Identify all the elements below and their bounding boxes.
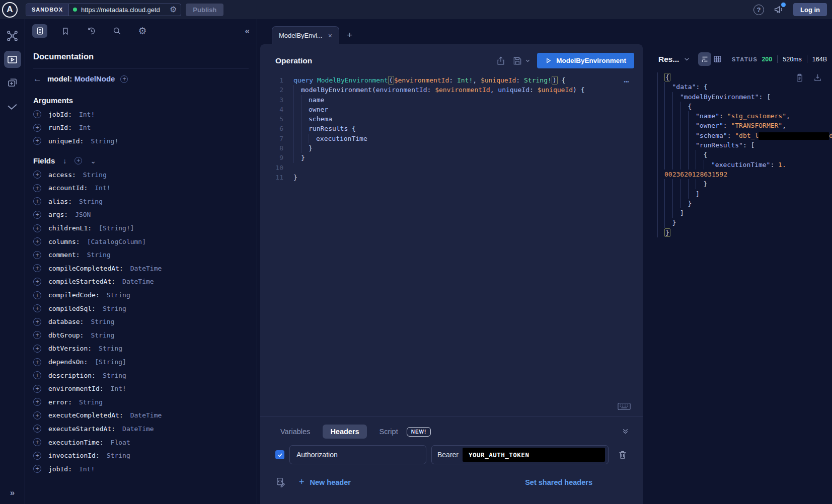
field-type[interactable]: Int! — [95, 184, 110, 192]
field-name[interactable]: dependsOn: — [48, 358, 88, 366]
field-name[interactable]: dbtGroup: — [48, 331, 84, 339]
editor-more-button[interactable]: ⋯ — [624, 76, 630, 86]
field-row[interactable]: +accountId:Int! — [33, 184, 249, 193]
apollo-logo[interactable]: A — [2, 2, 18, 18]
add-argument-button[interactable]: + — [33, 137, 41, 145]
field-row[interactable]: +comment:String — [33, 250, 249, 260]
env-variables-button[interactable] — [275, 477, 286, 487]
field-type[interactable]: String — [103, 305, 126, 312]
field-row[interactable]: +compiledSql:String — [33, 304, 249, 313]
type-link[interactable]: ModelNode — [74, 74, 115, 83]
add-field-button[interactable]: + — [33, 251, 41, 259]
field-type[interactable]: String — [107, 291, 130, 299]
share-icon[interactable] — [496, 56, 506, 66]
argument-row[interactable]: +jobId:Int! — [33, 110, 249, 119]
field-name[interactable]: executeCompletedAt: — [48, 411, 123, 419]
sidebar-expand-button[interactable]: » — [10, 488, 15, 498]
add-field-button[interactable]: + — [33, 425, 41, 433]
add-field-button[interactable]: + — [33, 318, 41, 326]
endpoint-url[interactable]: https://metadata.cloud.getd — [81, 6, 166, 14]
collapse-panel-button[interactable]: « — [245, 26, 250, 36]
field-row[interactable]: +invocationId:String — [33, 451, 249, 460]
field-row[interactable]: +environmentId:Int! — [33, 384, 249, 393]
add-field-button[interactable]: + — [33, 278, 41, 286]
pretty-view-button[interactable] — [698, 52, 711, 66]
field-row[interactable]: +executeCompletedAt:DateTime — [33, 411, 249, 420]
field-type[interactable]: DateTime — [130, 265, 162, 272]
field-row[interactable]: +columns:[CatalogColumn] — [33, 237, 249, 246]
query-editor-line[interactable]: 2modelByEnvironment(environmentId: $envi… — [269, 85, 643, 95]
add-field-button[interactable]: + — [33, 465, 41, 473]
add-field-button[interactable]: + — [33, 184, 41, 192]
field-type[interactable]: Float — [111, 439, 130, 446]
add-field-button[interactable]: + — [33, 264, 41, 272]
field-type[interactable]: String — [79, 198, 103, 205]
field-type[interactable]: String — [83, 171, 107, 179]
field-name[interactable]: alias: — [48, 198, 72, 205]
field-type[interactable]: String — [87, 251, 111, 259]
field-name[interactable]: access: — [48, 171, 76, 179]
argument-name[interactable]: jobId: — [48, 111, 72, 118]
field-name[interactable]: comment: — [48, 251, 80, 259]
field-name[interactable]: args: — [48, 211, 68, 218]
add-field-button[interactable]: + — [33, 237, 41, 245]
new-header-button[interactable]: + New header — [299, 477, 351, 487]
argument-row[interactable]: +runId:Int — [33, 123, 249, 132]
argument-name[interactable]: runId: — [48, 124, 72, 131]
tab-modelbyenvironment[interactable]: ModelByEnvi... × — [272, 26, 339, 44]
field-name[interactable]: executeStartedAt: — [48, 425, 115, 433]
field-type[interactable]: String — [91, 331, 114, 339]
field-row[interactable]: +args:JSON — [33, 210, 249, 219]
field-row[interactable]: +dbtGroup:String — [33, 330, 249, 340]
field-name[interactable]: compileCompletedAt: — [48, 265, 123, 272]
add-field-button[interactable]: + — [33, 438, 41, 446]
docs-tab-button[interactable] — [32, 24, 47, 38]
field-name[interactable]: columns: — [48, 238, 80, 245]
field-name[interactable]: environmentId: — [48, 385, 104, 392]
field-type[interactable]: String — [99, 345, 122, 352]
add-field-button[interactable]: + — [33, 197, 41, 205]
field-row[interactable]: +description:String — [33, 371, 249, 380]
header-key-input[interactable]: Authorization — [289, 445, 426, 464]
query-editor-line[interactable]: 11} — [269, 173, 643, 182]
auth-token-value[interactable]: YOUR_AUTH_TOKEN — [463, 448, 605, 462]
field-row[interactable]: +alias:String — [33, 197, 249, 206]
field-type[interactable]: String — [91, 318, 114, 325]
query-editor-line[interactable]: 5schema — [269, 114, 643, 124]
query-editor-line[interactable]: 7executionTime — [269, 134, 643, 143]
query-editor-line[interactable]: 9} — [269, 153, 643, 162]
table-view-button[interactable] — [711, 52, 724, 66]
field-name[interactable]: accountId: — [48, 184, 88, 192]
add-argument-button[interactable]: + — [33, 124, 41, 132]
collapse-bottom-panel-button[interactable] — [621, 427, 630, 436]
field-row[interactable]: +dbtVersion:String — [33, 344, 249, 353]
argument-name[interactable]: uniqueId: — [48, 137, 84, 145]
announcements-button[interactable] — [773, 4, 784, 15]
argument-row[interactable]: +uniqueId:String! — [33, 136, 249, 145]
add-model-button[interactable]: + — [120, 75, 128, 83]
add-field-button[interactable]: + — [33, 358, 41, 366]
add-field-button[interactable]: + — [33, 291, 41, 299]
argument-type[interactable]: Int! — [79, 111, 95, 118]
publish-button[interactable]: Publish — [186, 4, 223, 16]
sidebar-item-schema[interactable] — [4, 27, 21, 44]
tab-variables[interactable]: Variables — [280, 428, 310, 436]
help-icon[interactable]: ? — [753, 5, 764, 15]
run-operation-button[interactable]: ModelByEnvironment — [537, 53, 634, 68]
endpoint-input[interactable]: https://metadata.cloud.getd ⚙ — [69, 4, 181, 16]
close-tab-icon[interactable]: × — [328, 32, 332, 40]
field-type[interactable]: DateTime — [122, 278, 154, 285]
sidebar-item-explorer[interactable] — [4, 51, 21, 68]
query-editor-line[interactable]: 6runResults { — [269, 124, 643, 133]
response-dropdown-button[interactable] — [684, 56, 690, 62]
field-name[interactable]: dbtVersion: — [48, 345, 92, 352]
field-type[interactable]: JSON — [75, 211, 91, 218]
argument-type[interactable]: Int — [79, 124, 91, 131]
field-name[interactable]: invocationId: — [48, 452, 100, 459]
field-name[interactable]: compiledCode: — [48, 291, 100, 299]
field-type[interactable]: String — [107, 452, 130, 459]
field-row[interactable]: +access:String — [33, 170, 249, 179]
keyboard-shortcuts-button[interactable] — [618, 402, 631, 410]
new-tab-button[interactable]: + — [347, 30, 352, 40]
field-type[interactable]: String — [103, 372, 126, 379]
